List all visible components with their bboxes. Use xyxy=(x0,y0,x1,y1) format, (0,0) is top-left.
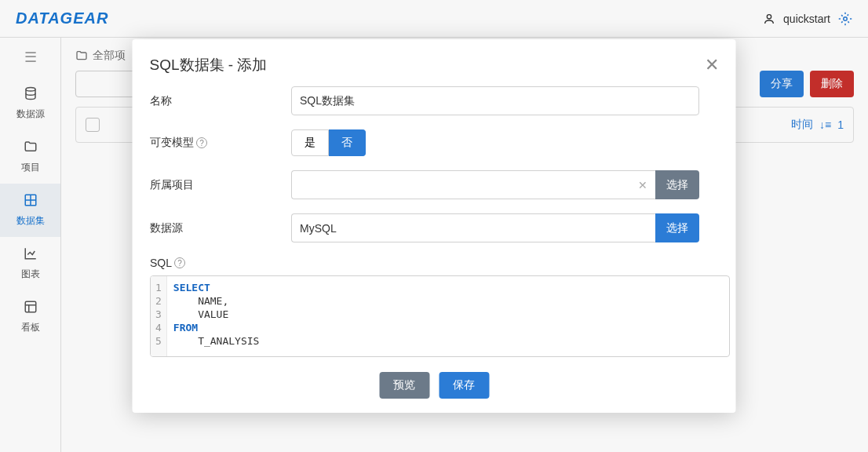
clear-icon[interactable]: ✕ xyxy=(638,179,647,191)
toggle-yes[interactable]: 是 xyxy=(291,129,329,156)
help-icon[interactable]: ? xyxy=(196,137,207,148)
sql-code[interactable]: SELECT NAME, VALUE FROM T_ANALYSIS xyxy=(166,276,265,356)
sql-label: SQL ? xyxy=(150,257,730,269)
save-button[interactable]: 保存 xyxy=(439,372,489,399)
mutable-model-label: 可变模型 ? xyxy=(150,136,291,150)
project-input[interactable] xyxy=(291,170,655,199)
modal-title: SQL数据集 - 添加 xyxy=(150,55,268,75)
close-icon[interactable]: ✕ xyxy=(705,56,719,74)
datasource-select-button[interactable]: 选择 xyxy=(655,213,699,242)
datasource-input[interactable] xyxy=(291,213,655,242)
sql-dataset-modal: SQL数据集 - 添加 ✕ 名称 可变模型 ? 是 否 所属 xyxy=(133,39,736,413)
sql-editor[interactable]: 1 2 3 4 5 SELECT NAME, VALUE FROM T_ANAL… xyxy=(150,275,730,357)
help-icon[interactable]: ? xyxy=(174,257,185,268)
toggle-no[interactable]: 否 xyxy=(329,129,366,156)
name-input[interactable] xyxy=(291,86,699,115)
project-label: 所属项目 xyxy=(150,178,291,192)
name-label: 名称 xyxy=(150,94,291,108)
project-select-button[interactable]: 选择 xyxy=(655,170,699,199)
line-gutter: 1 2 3 4 5 xyxy=(151,276,167,356)
datasource-label: 数据源 xyxy=(150,221,291,235)
preview-button[interactable]: 预览 xyxy=(379,372,429,399)
